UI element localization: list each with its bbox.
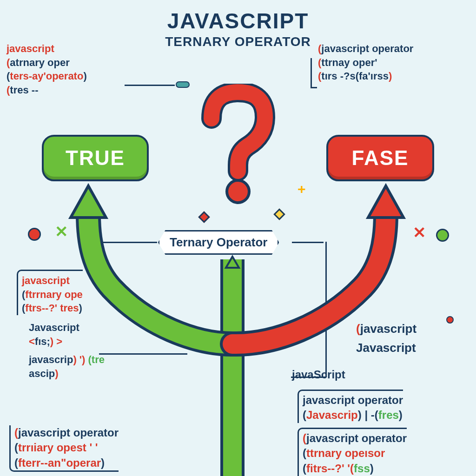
dot-deco — [28, 228, 41, 241]
code-top-left: javascript (atrnary oper (ters-ay'operat… — [7, 42, 87, 97]
false-pill: FASE — [326, 135, 434, 181]
svg-point-0 — [227, 180, 249, 203]
x-deco: ✕ — [55, 222, 68, 241]
question-mark-icon — [195, 84, 279, 205]
center-chip: Ternary Operator — [158, 230, 279, 255]
connector — [311, 58, 312, 87]
pill-deco — [176, 81, 190, 88]
svg-marker-2 — [71, 186, 106, 218]
svg-marker-3 — [368, 186, 403, 218]
title: JAVASCRIPT — [0, 0, 476, 33]
code-right-bottom-2: (javascript operator (ttrnary opeısor (f… — [298, 428, 407, 476]
diamond-deco — [198, 211, 210, 223]
connector — [83, 242, 157, 243]
connector — [292, 242, 324, 243]
code-right-mid-2: javaScript — [292, 367, 345, 382]
plus-deco: + — [298, 181, 306, 197]
diamond-deco — [273, 208, 285, 220]
connector — [311, 87, 317, 88]
code-right-mid: (javascript Javascript — [356, 321, 416, 356]
code-left-mid: javascript (ftrrnary ope (ftrs--?' tres) — [17, 270, 83, 315]
dot-deco — [446, 316, 454, 324]
code-top-right: (javascript operator (ttrnay oper' (tırs… — [318, 42, 413, 83]
connector — [125, 85, 175, 86]
dot-deco — [436, 229, 449, 242]
code-left-bottom: (javascript operator (trrıiary opest ' '… — [9, 425, 119, 472]
connector — [325, 242, 327, 377]
connector — [99, 353, 187, 355]
svg-marker-1 — [226, 257, 239, 268]
x-deco: ✕ — [413, 223, 426, 242]
true-pill: TRUE — [42, 135, 149, 181]
code-left-mid-2: Javascript <fıs;) > javascrip) ') (tre a… — [29, 321, 105, 381]
code-right-bottom-1: javascript operator (Javascrip) | -(fres… — [298, 390, 403, 423]
